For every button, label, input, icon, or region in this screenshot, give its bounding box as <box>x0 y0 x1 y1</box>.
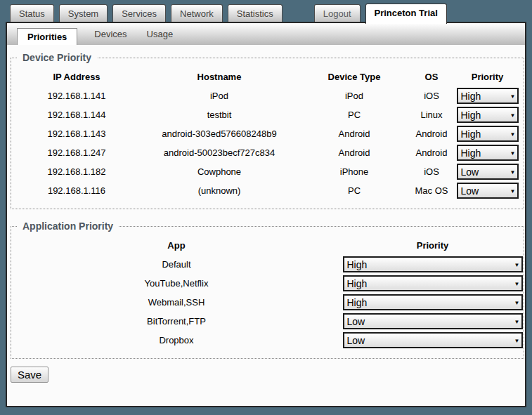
subtab-priorities[interactable]: Priorities <box>17 28 77 45</box>
priorities-page: Device Priority IP Address Hostname Devi… <box>7 45 525 383</box>
device-type: iPhone <box>297 162 412 181</box>
device-hostname: testbit <box>142 105 297 124</box>
app-row: BitTorrent,FTP Low▼ <box>11 312 524 331</box>
device-type: Android <box>297 143 412 162</box>
app-priority-select[interactable]: High <box>343 256 523 272</box>
device-hostname: android-50023becf727c834 <box>142 143 297 162</box>
device-os: Android <box>412 124 451 143</box>
app-priority-select[interactable]: Low <box>343 313 523 329</box>
app-row: Default High▼ <box>11 255 524 274</box>
col-device-type: Device Type <box>297 67 412 86</box>
col-ip-address: IP Address <box>11 67 142 86</box>
device-type: iPod <box>297 86 412 105</box>
device-type: PC <box>297 105 412 124</box>
device-priority-select[interactable]: High <box>457 145 519 161</box>
device-ip: 192.168.1.182 <box>11 162 142 181</box>
app-table-header-row: App Priority <box>11 236 524 255</box>
device-hostname: Cowphone <box>142 162 297 181</box>
app-name: Default <box>11 255 342 274</box>
col-priority: Priority <box>451 67 524 86</box>
main-tab-bar: Status System Services Network Statistic… <box>0 0 532 22</box>
device-row: 192.168.1.141 iPod iPod iOS High▼ <box>11 86 524 105</box>
device-hostname: android-303ed576608248b9 <box>142 124 297 143</box>
tab-princeton-trial[interactable]: Princeton Trial <box>365 4 447 24</box>
device-priority-select[interactable]: High <box>457 88 519 104</box>
app-name: Dropbox <box>11 331 342 350</box>
device-ip: 192.168.1.143 <box>11 124 142 143</box>
tab-network[interactable]: Network <box>171 4 223 22</box>
save-row: Save <box>7 359 525 383</box>
tab-logout[interactable]: Logout <box>314 4 361 22</box>
device-priority-select[interactable]: High <box>457 107 519 123</box>
app-priority-select[interactable]: High <box>343 294 523 310</box>
device-os: iOS <box>412 86 451 105</box>
content-panel: Priorities Devices Usage Device Priority… <box>6 22 526 407</box>
application-priority-legend: Application Priority <box>17 220 119 232</box>
device-table-header-row: IP Address Hostname Device Type OS Prior… <box>11 67 524 86</box>
app-priority-select[interactable]: High <box>343 275 523 291</box>
device-type: Android <box>297 124 412 143</box>
device-hostname: iPod <box>142 86 297 105</box>
device-row: 192.168.1.182 Cowphone iPhone iOS Low▼ <box>11 162 524 181</box>
device-row: 192.168.1.143 android-303ed576608248b9 A… <box>11 124 524 143</box>
app-name: YouTube,Netflix <box>11 274 342 293</box>
device-ip: 192.168.1.116 <box>11 181 142 200</box>
device-row: 192.168.1.247 android-50023becf727c834 A… <box>11 143 524 162</box>
subtab-usage[interactable]: Usage <box>137 25 183 44</box>
col-app: App <box>11 236 342 255</box>
col-app-priority: Priority <box>342 236 524 255</box>
device-hostname: (unknown) <box>142 181 297 200</box>
device-priority-select[interactable]: Low <box>457 183 519 199</box>
device-ip: 192.168.1.144 <box>11 105 142 124</box>
device-priority-select[interactable]: Low <box>457 164 519 180</box>
app-priority-select[interactable]: Low <box>343 332 523 348</box>
router-admin-window: Status System Services Network Statistic… <box>0 0 532 415</box>
device-priority-legend: Device Priority <box>17 52 97 63</box>
device-ip: 192.168.1.141 <box>11 86 142 105</box>
device-os: Android <box>412 143 451 162</box>
device-ip: 192.168.1.247 <box>11 143 142 162</box>
col-hostname: Hostname <box>142 67 297 86</box>
tab-system[interactable]: System <box>59 4 108 22</box>
tab-statistics[interactable]: Statistics <box>228 4 283 22</box>
app-name: Webmail,SSH <box>11 293 342 312</box>
device-priority-table: IP Address Hostname Device Type OS Prior… <box>11 67 524 200</box>
col-os: OS <box>412 67 451 86</box>
save-button[interactable]: Save <box>11 367 48 383</box>
device-priority-select[interactable]: High <box>457 126 519 142</box>
device-row: 192.168.1.144 testbit PC Linux High▼ <box>11 105 524 124</box>
app-row: YouTube,Netflix High▼ <box>11 274 524 293</box>
device-os: Mac OS <box>412 181 451 200</box>
device-type: PC <box>297 181 412 200</box>
device-row: 192.168.1.116 (unknown) PC Mac OS Low▼ <box>11 181 524 200</box>
app-name: BitTorrent,FTP <box>11 312 342 331</box>
app-row: Webmail,SSH High▼ <box>11 293 524 312</box>
tab-services[interactable]: Services <box>112 4 166 22</box>
device-os: Linux <box>412 105 451 124</box>
device-priority-group: Device Priority IP Address Hostname Devi… <box>11 52 524 209</box>
sub-tab-bar: Priorities Devices Usage <box>7 23 525 45</box>
device-os: iOS <box>412 162 451 181</box>
app-row: Dropbox Low▼ <box>11 331 524 350</box>
subtab-devices[interactable]: Devices <box>84 25 136 44</box>
tab-status[interactable]: Status <box>10 4 54 22</box>
application-priority-table: App Priority Default High▼ YouTube,Netfl… <box>11 236 524 350</box>
application-priority-group: Application Priority App Priority Defaul… <box>11 220 524 359</box>
